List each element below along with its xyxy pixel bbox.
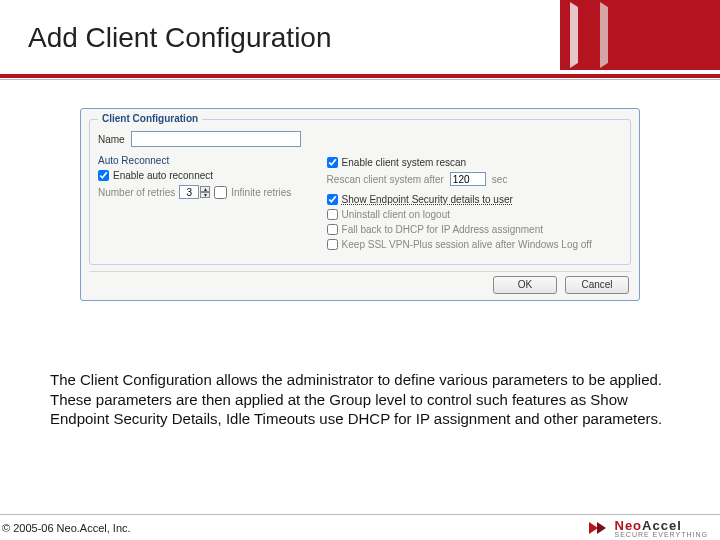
client-config-panel: Client Configuration Name Auto Reconnect… bbox=[80, 108, 640, 301]
auto-reconnect-section: Auto Reconnect Enable auto reconnect Num… bbox=[98, 153, 322, 254]
slide-header: Add Client Configuration bbox=[0, 0, 720, 70]
fieldset-legend: Client Configuration bbox=[98, 113, 202, 124]
copyright-text: © 2005-06 Neo.Accel, Inc. bbox=[2, 522, 131, 534]
client-config-fieldset: Client Configuration Name Auto Reconnect… bbox=[89, 119, 631, 265]
brand-logo: NeoAccel SECURE EVERYTHING bbox=[589, 518, 709, 538]
keep-session-label: Keep SSL VPN-Plus session alive after Wi… bbox=[342, 239, 592, 250]
infinite-retries-checkbox[interactable] bbox=[214, 186, 227, 199]
show-eps-label: Show Endpoint Security details to user bbox=[342, 194, 513, 205]
cancel-button[interactable]: Cancel bbox=[565, 276, 629, 294]
uninstall-label: Uninstall client on logout bbox=[342, 209, 450, 220]
keep-session-checkbox[interactable] bbox=[327, 239, 338, 250]
rescan-after-input[interactable] bbox=[450, 172, 486, 186]
logo-mark-icon bbox=[589, 520, 609, 536]
retries-stepper[interactable]: ▴▾ bbox=[179, 185, 210, 199]
spin-down-icon[interactable]: ▾ bbox=[200, 192, 210, 198]
name-label: Name bbox=[98, 134, 125, 145]
rescan-after-unit: sec bbox=[492, 174, 508, 185]
rescan-after-label: Rescan client system after bbox=[327, 174, 444, 185]
dialog-button-bar: OK Cancel bbox=[89, 271, 631, 294]
brand-tagline: SECURE EVERYTHING bbox=[615, 531, 709, 538]
ok-button[interactable]: OK bbox=[493, 276, 557, 294]
uninstall-checkbox[interactable] bbox=[327, 209, 338, 220]
retries-label: Number of retries bbox=[98, 187, 175, 198]
dhcp-fallback-label: Fall back to DHCP for IP Address assignm… bbox=[342, 224, 543, 235]
auto-reconnect-heading: Auto Reconnect bbox=[98, 155, 322, 166]
slide-footer: © 2005-06 Neo.Accel, Inc. NeoAccel SECUR… bbox=[0, 514, 720, 540]
header-accent bbox=[560, 0, 720, 70]
right-options-section: Enable client system rescan Rescan clien… bbox=[326, 153, 622, 254]
show-eps-checkbox[interactable] bbox=[327, 194, 338, 205]
header-underline bbox=[0, 74, 720, 78]
enable-auto-reconnect-checkbox[interactable] bbox=[98, 170, 109, 181]
name-row: Name bbox=[98, 131, 622, 147]
enable-auto-reconnect-label: Enable auto reconnect bbox=[113, 170, 213, 181]
enable-rescan-checkbox[interactable] bbox=[327, 157, 338, 168]
description-text: The Client Configuration allows the admi… bbox=[50, 370, 670, 429]
infinite-retries-label: Infinite retries bbox=[231, 187, 291, 198]
enable-rescan-label: Enable client system rescan bbox=[342, 157, 467, 168]
retries-input[interactable] bbox=[179, 185, 199, 199]
dhcp-fallback-checkbox[interactable] bbox=[327, 224, 338, 235]
name-input[interactable] bbox=[131, 131, 301, 147]
